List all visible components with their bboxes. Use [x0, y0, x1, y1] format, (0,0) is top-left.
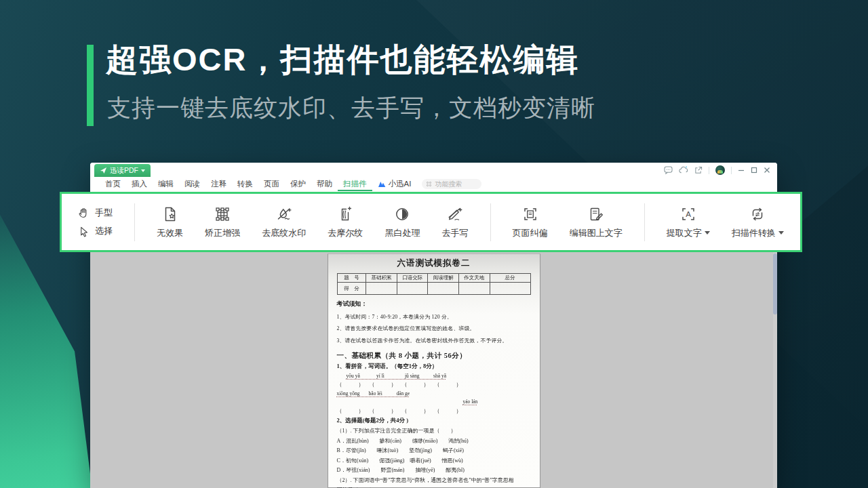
maximize-icon[interactable]	[751, 167, 757, 174]
menu-item-read[interactable]: 阅读	[179, 177, 205, 191]
menu-item-help[interactable]: 帮助	[311, 177, 338, 191]
score-table: 题 号 基础积累 口语交际 阅读理解 作文天地 总分 得 分	[337, 273, 531, 295]
minimize-icon[interactable]	[738, 167, 745, 174]
scan-convert-icon	[749, 205, 766, 223]
menu-item-edit[interactable]: 编辑	[153, 177, 179, 191]
notice-line: 2、请首先按要求在试卷的指定位置填写您的姓名、班级。	[337, 325, 531, 332]
app-tab-caret-icon	[141, 169, 145, 172]
notice-line: 1、考试时间：7：40-9:20，本卷满分为 120 分。	[337, 313, 531, 321]
menu-item-protect[interactable]: 保护	[285, 177, 311, 191]
remove-handwriting-button[interactable]: 去手写	[441, 205, 468, 239]
remove-moire-icon	[336, 205, 354, 223]
paper-title: 六语测试模拟卷二	[337, 258, 531, 269]
app-tab-label: 迅读PDF	[110, 166, 138, 176]
select-tool-label: 选择	[95, 225, 113, 237]
remove-handwriting-icon	[446, 205, 464, 223]
tool-label: 黑白处理	[384, 227, 420, 239]
extract-text-button[interactable]: A 提取文字	[667, 205, 710, 239]
cursor-icon	[78, 226, 90, 237]
tool-label: 去摩尔纹	[328, 227, 363, 239]
tool-label-text: 扫描件转换	[732, 227, 776, 239]
page-deskew-button[interactable]: 页面纠偏	[513, 205, 548, 239]
search-input[interactable]: 功能搜索	[422, 179, 481, 189]
document-viewer: 六语测试模拟卷二 题 号 基础积累 口语交际 阅读理解 作文天地 总分 得 分	[90, 252, 777, 488]
table-row: 题 号 基础积累 口语交际 阅读理解 作文天地 总分	[337, 274, 530, 283]
toolbar-divider	[644, 203, 645, 241]
option-line: A．混乱(hùn) 掺和(cān) 缥缈(miǎo) 鸿鹄(hú)	[337, 437, 531, 445]
promo-canvas: 超强OCR，扫描件也能轻松编辑 支持一键去底纹水印、去手写，文档秒变清晰 迅读P…	[0, 0, 868, 488]
page-deskew-icon	[521, 205, 539, 223]
toolbar-divider	[134, 203, 135, 241]
edit-image-text-button[interactable]: 编辑图上文字	[570, 205, 623, 239]
titlebar: 迅读PDF	[90, 163, 777, 177]
app-logo-icon	[100, 167, 107, 174]
table-cell	[490, 283, 530, 295]
table-cell	[459, 283, 490, 295]
separator	[709, 167, 709, 174]
blank-line: （ ） （ ） （ ） （ ）	[337, 381, 531, 388]
menu-item-insert[interactable]: 插入	[126, 177, 153, 191]
question-stem: （1）. 下列加点字注音完全正确的一项是（ ）	[337, 427, 531, 434]
feature-grid-icon	[427, 182, 431, 186]
tool-label: 扫描件转换	[732, 227, 784, 239]
table-header: 作文天地	[459, 274, 490, 283]
share-icon[interactable]	[694, 166, 703, 174]
table-cell	[397, 283, 428, 295]
ai-label: 小迅AI	[389, 179, 412, 189]
deskew-enhance-button[interactable]: 矫正增强	[205, 205, 240, 239]
scan-toolbar-highlight: 手型 选择	[60, 192, 802, 252]
menu-item-page[interactable]: 页面	[258, 177, 285, 191]
pointer-tool-group: 手型 选择	[78, 207, 113, 237]
table-row: 得 分	[337, 283, 530, 295]
question-title: 1、看拼音，写词语。（每空1分，8分）	[337, 363, 531, 371]
table-cell	[366, 283, 397, 295]
no-effect-icon	[161, 205, 179, 223]
hand-icon	[78, 207, 90, 219]
scrollbar-thumb[interactable]	[773, 253, 777, 314]
avatar[interactable]	[715, 165, 725, 175]
black-white-icon	[393, 205, 411, 223]
scrollbar[interactable]	[773, 252, 777, 488]
table-header: 总分	[490, 274, 530, 283]
app-tab[interactable]: 迅读PDF	[94, 164, 151, 177]
scan-convert-button[interactable]: 扫描件转换	[732, 205, 784, 239]
tool-label: 去手写	[441, 227, 468, 239]
dropdown-caret-icon	[778, 231, 784, 235]
tool-label: 无效果	[157, 227, 183, 239]
blank-line: （ ） （ ） （ ） （ ）	[337, 407, 531, 415]
table-header: 口语交际	[397, 274, 428, 283]
question-stem: （2）. 下面词语中“善”字意思与“弈秋，通国之善弈者也”中的“善”字意思相	[337, 476, 531, 484]
separator	[731, 167, 732, 174]
hand-tool-button[interactable]: 手型	[78, 207, 113, 219]
option-line: B．尽管(jǐn) 唾沫(tuò) 坚劲(jìng) 蝎子(xiē)	[337, 447, 531, 454]
tool-label: 编辑图上文字	[570, 227, 623, 239]
close-icon[interactable]	[764, 167, 770, 174]
menu-item-ai[interactable]: 小迅AI	[372, 179, 417, 189]
tool-label: 矫正增强	[205, 227, 240, 239]
window-controls	[664, 165, 777, 175]
toolbar-divider	[490, 203, 491, 241]
no-effect-button[interactable]: 无效果	[157, 205, 183, 239]
black-white-button[interactable]: 黑白处理	[384, 205, 420, 239]
menu-item-scan[interactable]: 扫描件	[338, 177, 372, 191]
svg-text:A: A	[686, 210, 691, 218]
remove-moire-button[interactable]: 去摩尔纹	[328, 205, 363, 239]
hand-tool-label: 手型	[95, 207, 113, 219]
message-icon[interactable]	[664, 166, 673, 174]
pinyin-line: yáo lán	[463, 399, 531, 405]
hero-subtitle: 支持一键去底纹水印、去手写，文档秒变清晰	[107, 92, 595, 124]
select-tool-button[interactable]: 选择	[78, 225, 113, 237]
pinyin-line: xiōng yǒng bǎo léi dān ge	[337, 390, 531, 396]
menu-item-convert[interactable]: 转换	[232, 177, 258, 191]
document-page[interactable]: 六语测试模拟卷二 题 号 基础积累 口语交际 阅读理解 作文天地 总分 得 分	[328, 253, 540, 488]
remove-watermark-button[interactable]: 去底纹水印	[262, 205, 306, 239]
scan-toolbar: 手型 选择	[78, 203, 784, 241]
tool-label-text: 提取文字	[667, 227, 702, 239]
remove-watermark-icon	[275, 205, 293, 223]
menu-item-annotate[interactable]: 注释	[205, 177, 232, 191]
menu-item-home[interactable]: 首页	[100, 177, 126, 191]
table-cell	[428, 283, 459, 295]
section-title: 一、基础积累（共 8 小题，共计 56分）	[337, 351, 531, 361]
pinyin-line: yōu yǎ yí lì jǔ sàng shā yǎ	[347, 373, 531, 379]
cloud-sync-icon[interactable]	[679, 166, 688, 174]
